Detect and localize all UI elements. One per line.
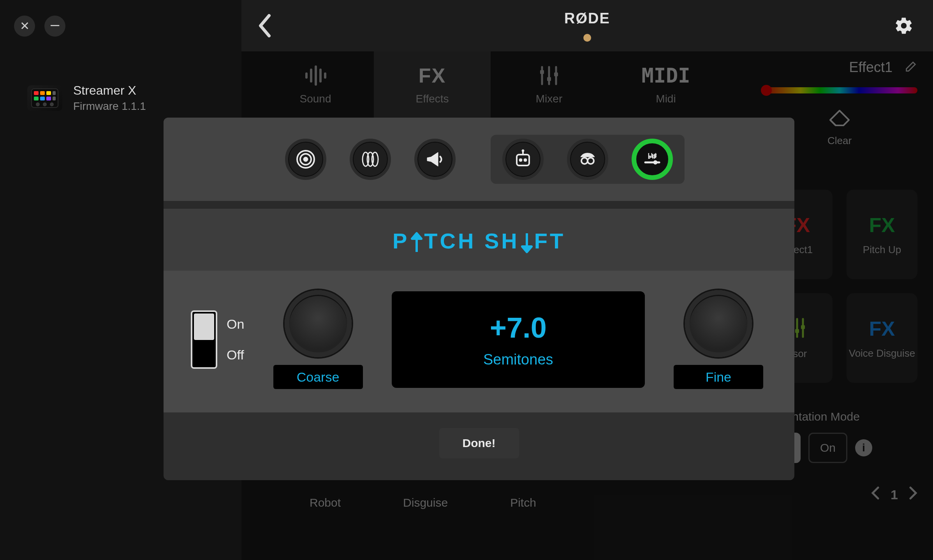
svg-rect-21 [795, 329, 799, 333]
robot-icon [512, 148, 534, 170]
svg-rect-15 [319, 69, 322, 83]
effect-disguise-button[interactable] [567, 139, 608, 180]
tab-sound[interactable]: Sound [257, 51, 374, 118]
svg-rect-22 [801, 325, 805, 329]
effect-megaphone-button[interactable] [414, 139, 456, 180]
svg-rect-19 [554, 72, 558, 76]
effect-label-robot: Robot [310, 496, 341, 509]
mixer-icon [537, 64, 562, 87]
tab-mixer[interactable]: Mixer [491, 51, 607, 118]
pitch-shift-modal: ♭♮♯ PTCH SHFT On Off [164, 118, 794, 480]
device-name: Streamer X [73, 83, 146, 98]
svg-rect-7 [46, 97, 51, 100]
device-row[interactable]: Streamer X Firmware 1.1.1 [0, 37, 241, 113]
effect-robot-button[interactable] [502, 139, 544, 180]
svg-point-10 [43, 102, 47, 106]
tab-label: Sound [300, 93, 331, 105]
window-minimize-button[interactable]: – [44, 16, 65, 37]
svg-point-33 [581, 158, 588, 164]
coarse-knob[interactable] [285, 290, 352, 357]
echo-icon [359, 148, 381, 170]
arrow-down-icon [519, 232, 534, 254]
window-close-button[interactable]: ✕ [14, 16, 35, 37]
effect-reverb-button[interactable] [285, 139, 326, 180]
device-thumbnail [27, 85, 62, 111]
semitone-value: +7.0 [490, 311, 547, 344]
effect-label-pitch: Pitch [510, 496, 536, 509]
svg-point-30 [519, 158, 522, 162]
svg-rect-4 [53, 91, 56, 95]
pager-page: 1 [891, 487, 898, 502]
svg-text:♭♮♯: ♭♮♯ [648, 152, 657, 160]
svg-point-31 [524, 158, 527, 162]
effect-title: PTCH SHFT [164, 209, 794, 271]
minimize-icon: – [51, 16, 59, 32]
svg-point-9 [36, 102, 40, 106]
close-icon: ✕ [20, 20, 30, 32]
fx-icon: FX [419, 64, 446, 87]
chevron-left-icon [871, 486, 880, 500]
rename-button[interactable] [904, 60, 917, 75]
fx-card-pitch-up[interactable]: FX Pitch Up [847, 190, 917, 279]
svg-rect-29 [517, 155, 529, 166]
svg-rect-5 [34, 97, 39, 100]
tab-effects[interactable]: FX Effects [374, 51, 491, 118]
svg-rect-8 [53, 97, 56, 100]
brand-dot-icon [583, 34, 591, 42]
done-button[interactable]: Done! [439, 428, 519, 458]
svg-point-36 [653, 160, 657, 164]
effect-name: Effect1 [849, 59, 893, 76]
chevron-right-icon [909, 486, 917, 500]
svg-point-23 [303, 157, 308, 162]
toggle-off-label: Off [227, 347, 244, 363]
settings-button[interactable] [894, 16, 914, 35]
fine-knob[interactable] [685, 290, 752, 357]
svg-point-32 [522, 150, 524, 152]
presentation-on-button[interactable]: On [808, 433, 847, 463]
pager-prev[interactable] [871, 486, 880, 503]
pitch-icon: ♭♮♯ [641, 148, 663, 170]
svg-rect-13 [310, 69, 312, 83]
back-button[interactable] [249, 10, 280, 41]
clear-label: Clear [827, 135, 852, 147]
main-panel: RØDE [241, 0, 933, 560]
effect-pitch-button[interactable]: ♭♮♯ [632, 139, 673, 180]
tab-label: Midi [656, 93, 676, 105]
svg-point-11 [50, 102, 54, 106]
semitone-unit: Semitones [483, 351, 553, 368]
pencil-icon [904, 60, 917, 73]
tab-label: Effects [415, 93, 449, 105]
tab-midi[interactable]: MIDI Midi [607, 51, 724, 118]
effect-label-disguise: Disguise [403, 496, 448, 509]
device-firmware: Firmware 1.1.1 [73, 100, 146, 113]
info-button[interactable]: i [855, 439, 872, 456]
gear-icon [894, 16, 914, 35]
coarse-label: Coarse [273, 365, 363, 389]
svg-rect-18 [547, 77, 551, 81]
fine-label: Fine [674, 365, 763, 389]
svg-rect-14 [315, 65, 317, 86]
toggle-on-label: On [227, 317, 244, 332]
fx-icon: FX [869, 317, 895, 340]
effect-echo-button[interactable] [350, 139, 391, 180]
color-slider[interactable] [762, 87, 917, 93]
svg-rect-17 [540, 70, 544, 74]
color-thumb[interactable] [761, 85, 772, 96]
clear-button[interactable] [828, 109, 851, 130]
brand-logo: RØDE [564, 10, 610, 27]
svg-rect-3 [46, 91, 51, 95]
svg-rect-6 [40, 97, 45, 100]
fx-card-label: Voice Disguise [849, 347, 915, 359]
megaphone-icon [424, 148, 446, 170]
fx-card-voice-disguise[interactable]: FX Voice Disguise [847, 293, 917, 383]
midi-icon: MIDI [641, 64, 690, 87]
disguise-icon [577, 148, 599, 170]
pager-next[interactable] [909, 486, 917, 503]
svg-point-28 [372, 152, 378, 166]
fx-card-label: Pitch Up [863, 244, 901, 256]
effect-type-row: ♭♮♯ [164, 118, 794, 201]
svg-point-34 [588, 158, 594, 164]
effect-on-off-toggle[interactable] [191, 310, 217, 369]
eraser-icon [828, 109, 851, 129]
svg-rect-2 [40, 91, 45, 95]
